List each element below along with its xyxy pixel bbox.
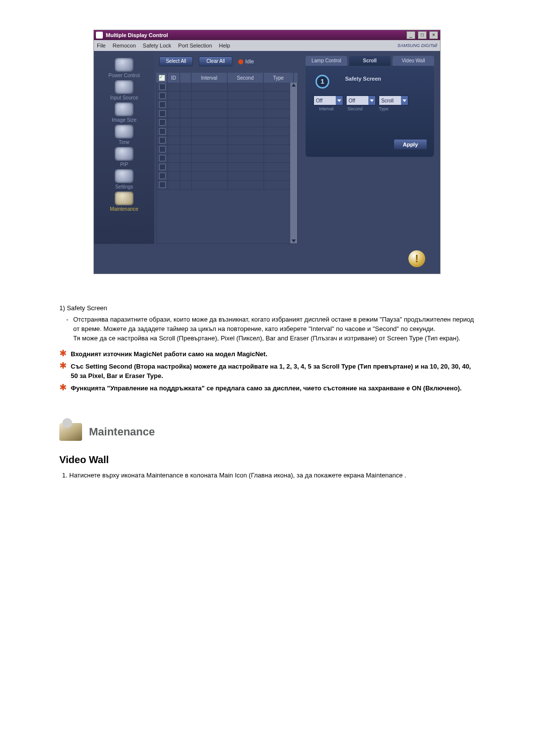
table-row[interactable] (157, 172, 297, 181)
table-row[interactable] (157, 118, 297, 127)
video-wall-subheading: Video Wall (59, 453, 475, 467)
maintenance-section-icon (59, 423, 82, 441)
row-checkbox[interactable] (159, 93, 166, 99)
type-dropdown[interactable]: Scroll (379, 95, 408, 105)
table-row[interactable] (157, 83, 297, 92)
note-text: Със Setting Second (Втора настройка) мож… (71, 362, 475, 381)
power-icon (115, 58, 134, 72)
row-checkbox[interactable] (159, 101, 166, 108)
note-2: ✱Със Setting Second (Втора настройка) мо… (59, 362, 475, 381)
row-checkbox[interactable] (159, 164, 166, 170)
row-checkbox[interactable] (159, 128, 166, 135)
menu-remocon[interactable]: Remocon (113, 43, 136, 48)
table-row[interactable] (157, 109, 297, 118)
col-second: Second (227, 73, 264, 83)
select-all-button[interactable]: Select All (159, 56, 193, 66)
item1-body: Отстранява паразитните образи, които мож… (73, 315, 475, 343)
sidebar: Power Control Input Source Image Size Ti… (94, 51, 154, 244)
brand-label: SAMSUNG DIGITall (398, 43, 437, 48)
col-status-icon (180, 73, 191, 83)
row-checkbox[interactable] (159, 119, 166, 126)
sidebar-label: PIP (97, 162, 151, 167)
center-pane: Select All Clear All Idle ID Interval Se… (154, 51, 300, 244)
list-item-1: 1) Safety Screen (59, 304, 475, 313)
time-icon (115, 125, 134, 139)
window-title: Multiple Display Control (106, 32, 405, 38)
close-button[interactable]: × (429, 31, 438, 39)
table-row[interactable] (157, 136, 297, 145)
pip-icon (115, 147, 134, 161)
maximize-button[interactable]: □ (418, 31, 427, 39)
tab-scroll[interactable]: Scroll (349, 56, 391, 66)
chevron-down-icon (336, 96, 343, 105)
settings-icon (115, 169, 134, 183)
table-row[interactable] (157, 127, 297, 136)
sidebar-item-time[interactable]: Time (97, 125, 151, 145)
interval-label: Interval (313, 106, 339, 111)
sidebar-item-input[interactable]: Input Source (97, 80, 151, 100)
table-row[interactable] (157, 145, 297, 154)
note-text: Функцията "Управление на поддръжката" се… (71, 384, 462, 393)
table-row[interactable] (157, 100, 297, 109)
type-label: Type (371, 106, 397, 111)
callout-1: 1 (315, 75, 329, 89)
menu-port-selection[interactable]: Port Selection (178, 43, 212, 48)
grid-header: ID Interval Second Type (156, 73, 298, 83)
table-row[interactable] (157, 154, 297, 163)
star-icon: ✱ (59, 362, 67, 369)
sidebar-label: Maintenance (97, 206, 151, 212)
menu-file[interactable]: File (97, 43, 106, 48)
star-icon: ✱ (59, 384, 67, 391)
col-interval: Interval (191, 73, 227, 83)
second-dropdown[interactable]: Off (346, 95, 376, 105)
section-header: Maintenance (59, 423, 475, 441)
idle-dot-icon (238, 59, 243, 64)
dd-value: Off (349, 98, 355, 103)
row-checkbox[interactable] (159, 182, 166, 188)
chevron-down-icon (401, 96, 408, 105)
idle-indicator: Idle (238, 58, 254, 64)
chevron-down-icon (368, 96, 375, 105)
input-icon (115, 80, 134, 94)
sidebar-item-image-size[interactable]: Image Size (97, 102, 151, 123)
grid-toolbar: Select All Clear All Idle (154, 51, 300, 69)
row-checkbox[interactable] (159, 84, 166, 90)
apply-button[interactable]: Apply (394, 139, 427, 150)
row-checkbox[interactable] (159, 155, 166, 161)
sidebar-item-maintenance[interactable]: Maintenance (97, 191, 151, 212)
row-checkbox[interactable] (159, 137, 166, 143)
menu-safety-lock[interactable]: Safety Lock (143, 43, 171, 48)
header-checkbox[interactable] (159, 75, 165, 81)
minimize-button[interactable]: _ (406, 31, 415, 39)
col-type: Type (264, 73, 294, 83)
interval-dropdown[interactable]: Off (313, 95, 343, 105)
scrollbar[interactable] (290, 83, 297, 243)
dd-value: Scroll (381, 98, 394, 103)
sidebar-item-power[interactable]: Power Control (97, 58, 151, 78)
note-3: ✱Функцията "Управление на поддръжката" с… (59, 384, 475, 393)
clear-all-button[interactable]: Clear All (199, 56, 232, 66)
table-row[interactable] (157, 181, 297, 189)
titlebar: Multiple Display Control _ □ × (94, 30, 440, 40)
document-body: 1) Safety Screen Отстранява паразитните … (59, 304, 475, 480)
step-1: Натиснете върху иконата Maintenance в ко… (69, 471, 475, 480)
second-label: Second (342, 106, 368, 111)
table-row[interactable] (157, 163, 297, 172)
row-checkbox[interactable] (159, 146, 166, 152)
right-tabs: Lamp Control Scroll Video Wall (306, 56, 434, 66)
sidebar-label: Image Size (97, 117, 151, 123)
row-checkbox[interactable] (159, 110, 166, 117)
safety-screen-panel: 1 Safety Screen Off Off Scroll Interval … (306, 66, 434, 157)
panel-title: Safety Screen (345, 76, 381, 82)
note-text: Входният източник MagicNet работи само н… (71, 350, 267, 359)
tab-lamp-control[interactable]: Lamp Control (306, 56, 347, 66)
image-size-icon (115, 102, 134, 116)
sidebar-item-pip[interactable]: PIP (97, 147, 151, 167)
sidebar-label: Power Control (97, 73, 151, 78)
row-checkbox[interactable] (159, 173, 166, 179)
sidebar-item-settings[interactable]: Settings (97, 169, 151, 189)
menu-help[interactable]: Help (219, 43, 230, 48)
section-title: Maintenance (89, 424, 155, 440)
table-row[interactable] (157, 92, 297, 100)
tab-video-wall[interactable]: Video Wall (393, 56, 434, 66)
